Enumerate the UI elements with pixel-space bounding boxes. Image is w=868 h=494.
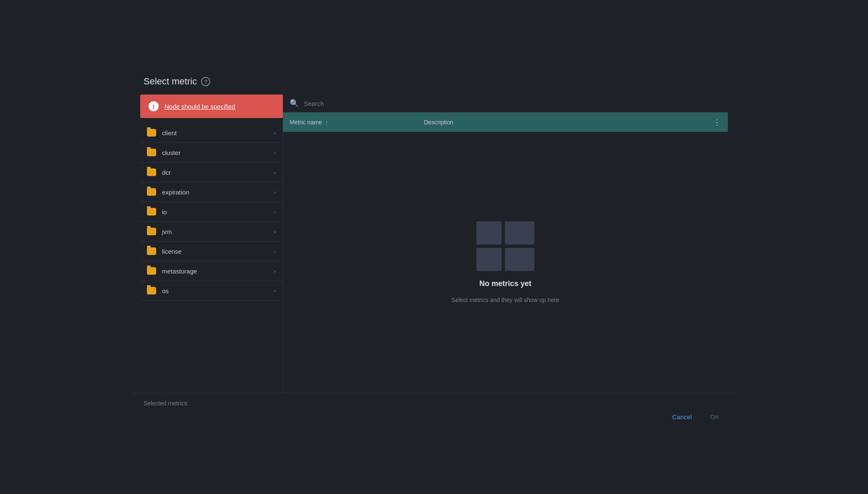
sort-asc-icon[interactable]: ↑ (325, 119, 328, 126)
table-content-empty: No metrics yet Select metrics and they w… (283, 132, 728, 393)
dialog-title-bar: Select metric ? (132, 64, 736, 95)
chevron-right-icon: › (274, 229, 276, 235)
folder-icon (147, 168, 156, 176)
empty-state-subtitle: Select metrics and they will show up her… (452, 297, 559, 303)
select-metric-dialog: Select metric ? ! Node should be specifi… (132, 64, 736, 430)
help-icon[interactable]: ? (201, 77, 210, 86)
folder-name: io (162, 208, 268, 215)
folder-icon (147, 247, 156, 255)
more-options-icon[interactable]: ⋮ (713, 118, 721, 127)
folder-icon (147, 149, 156, 156)
folder-name: dcr (162, 169, 268, 176)
folder-name: jvm (162, 228, 268, 235)
chevron-right-icon: › (274, 248, 276, 255)
empty-icon-cell-1 (476, 221, 502, 244)
folder-name: license (162, 248, 268, 255)
list-item[interactable]: os › (140, 281, 282, 301)
folder-icon (147, 228, 156, 235)
chevron-right-icon: › (274, 189, 276, 195)
list-item[interactable]: expiration › (140, 182, 282, 202)
selected-metrics-label: Selected metrics: (144, 400, 724, 407)
chevron-right-icon: › (274, 169, 276, 176)
folder-icon (147, 129, 156, 137)
right-panel: 🔍 Metric name ↑ Description ⋮ (283, 95, 728, 393)
dialog-title: Select metric (144, 76, 197, 87)
col-description: Description (424, 119, 709, 126)
col-actions: ⋮ (709, 118, 721, 127)
folder-name: metastorage (162, 268, 268, 275)
folder-name: cluster (162, 149, 268, 156)
empty-icon-cell-3 (476, 248, 502, 271)
list-item[interactable]: license › (140, 242, 282, 261)
col-metric-name[interactable]: Metric name ↑ (290, 119, 424, 126)
list-item[interactable]: dcr › (140, 163, 282, 182)
folder-icon (147, 188, 156, 196)
empty-state-title: No metrics yet (479, 279, 531, 288)
table-header: Metric name ↑ Description ⋮ (283, 113, 728, 132)
error-icon: ! (149, 101, 159, 111)
footer-buttons: Cancel OK (144, 411, 724, 423)
list-item[interactable]: metastorage › (140, 261, 282, 281)
folder-icon (147, 267, 156, 275)
search-input[interactable] (304, 100, 721, 107)
list-item[interactable]: client › (140, 123, 282, 143)
list-item[interactable]: cluster › (140, 143, 282, 163)
empty-state-icon (476, 221, 534, 271)
folder-name: os (162, 287, 268, 294)
chevron-right-icon: › (274, 130, 276, 136)
cancel-button[interactable]: Cancel (667, 411, 697, 423)
folder-icon (147, 287, 156, 294)
search-bar: 🔍 (283, 95, 728, 113)
chevron-right-icon: › (274, 150, 276, 156)
empty-icon-cell-2 (505, 221, 534, 244)
left-panel: ! Node should be specified client › clus… (140, 95, 283, 393)
folder-icon (147, 208, 156, 215)
folder-name: client (162, 129, 268, 137)
chevron-right-icon: › (274, 209, 276, 215)
folder-name: expiration (162, 189, 268, 196)
ok-button[interactable]: OK (705, 411, 724, 423)
dialog-body: ! Node should be specified client › clus… (132, 95, 736, 393)
dialog-footer: Selected metrics: Cancel OK (132, 393, 736, 430)
empty-icon-cell-4 (505, 248, 534, 271)
chevron-right-icon: › (274, 268, 276, 274)
chevron-right-icon: › (274, 288, 276, 294)
search-icon: 🔍 (290, 99, 299, 108)
list-item[interactable]: jvm › (140, 222, 282, 242)
error-text: Node should be specified (165, 103, 235, 110)
folder-list: client › cluster › dcr › expiration › io… (140, 123, 283, 393)
error-banner[interactable]: ! Node should be specified (140, 95, 283, 118)
list-item[interactable]: io › (140, 202, 282, 222)
